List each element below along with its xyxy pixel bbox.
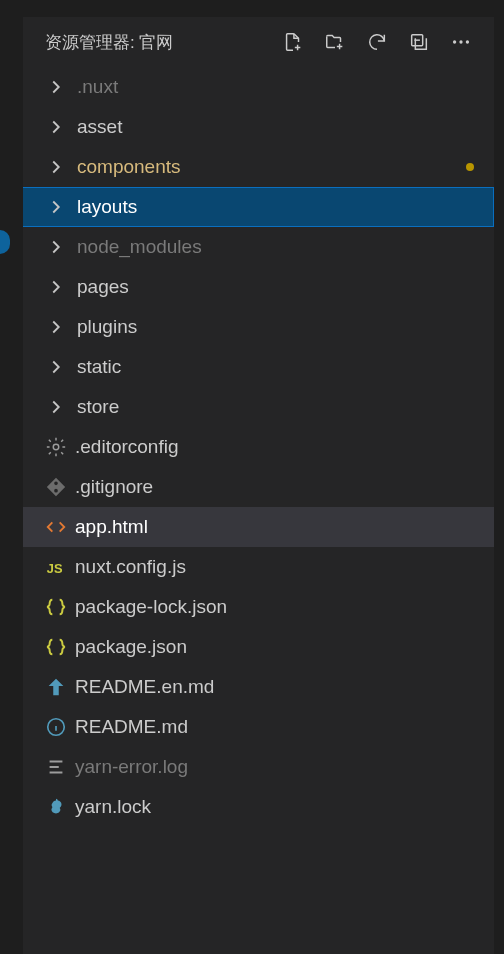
- chevron-right-icon: [45, 316, 77, 338]
- tree-item-label: .nuxt: [77, 76, 118, 98]
- tree-item-label: README.md: [75, 716, 188, 738]
- tree-file-yarn-lock[interactable]: yarn.lock: [23, 787, 494, 827]
- tree-file-readme-en[interactable]: README.en.md: [23, 667, 494, 707]
- ellipsis-icon: [450, 31, 472, 53]
- left-edge-indicator: [0, 230, 10, 254]
- collapse-all-icon: [408, 31, 430, 53]
- file-tree[interactable]: .nuxt asset components layouts no: [23, 67, 494, 954]
- tree-file-package-lock[interactable]: package-lock.json: [23, 587, 494, 627]
- more-actions-button[interactable]: [440, 22, 482, 62]
- tree-file-package-json[interactable]: package.json: [23, 627, 494, 667]
- tree-file-editorconfig[interactable]: .editorconfig: [23, 427, 494, 467]
- svg-point-3: [466, 40, 469, 43]
- tree-item-label: yarn.lock: [75, 796, 151, 818]
- gear-icon: [45, 436, 75, 458]
- tree-folder-layouts[interactable]: layouts: [23, 187, 494, 227]
- svg-point-4: [53, 444, 59, 450]
- modified-dot-icon: [466, 163, 474, 171]
- tree-file-nuxtconfig[interactable]: JS nuxt.config.js: [23, 547, 494, 587]
- svg-point-1: [453, 40, 456, 43]
- svg-text:JS: JS: [47, 561, 63, 576]
- tree-folder-plugins[interactable]: plugins: [23, 307, 494, 347]
- info-icon: [45, 716, 75, 738]
- tree-item-label: asset: [77, 116, 122, 138]
- chevron-right-icon: [45, 116, 77, 138]
- log-icon: [45, 756, 75, 778]
- json-icon: [45, 596, 75, 618]
- explorer-panel: 资源管理器: 官网: [23, 17, 494, 954]
- tree-item-label: static: [77, 356, 121, 378]
- header-actions: [272, 22, 482, 62]
- chevron-right-icon: [45, 156, 77, 178]
- tree-item-label: store: [77, 396, 119, 418]
- tree-item-label: .editorconfig: [75, 436, 179, 458]
- tree-folder-store[interactable]: store: [23, 387, 494, 427]
- json-icon: [45, 636, 75, 658]
- new-folder-button[interactable]: [314, 22, 356, 62]
- js-icon: JS: [45, 556, 75, 578]
- new-file-icon: [282, 31, 304, 53]
- tree-item-label: app.html: [75, 516, 148, 538]
- chevron-right-icon: [45, 236, 77, 258]
- tree-item-label: .gitignore: [75, 476, 153, 498]
- svg-point-2: [459, 40, 462, 43]
- tree-item-label: plugins: [77, 316, 137, 338]
- refresh-button[interactable]: [356, 22, 398, 62]
- new-file-button[interactable]: [272, 22, 314, 62]
- refresh-icon: [366, 31, 388, 53]
- explorer-title: 资源管理器: 官网: [45, 31, 173, 54]
- tree-item-label: components: [77, 156, 181, 178]
- chevron-right-icon: [45, 276, 77, 298]
- new-folder-icon: [324, 31, 346, 53]
- collapse-all-button[interactable]: [398, 22, 440, 62]
- tree-file-app-html[interactable]: app.html: [23, 507, 494, 547]
- chevron-right-icon: [45, 196, 77, 218]
- markdown-icon: [45, 676, 75, 698]
- tree-item-label: README.en.md: [75, 676, 214, 698]
- html-icon: [45, 516, 75, 538]
- tree-item-label: nuxt.config.js: [75, 556, 186, 578]
- tree-item-label: yarn-error.log: [75, 756, 188, 778]
- chevron-right-icon: [45, 356, 77, 378]
- tree-folder-asset[interactable]: asset: [23, 107, 494, 147]
- tree-item-label: package.json: [75, 636, 187, 658]
- tree-folder-static[interactable]: static: [23, 347, 494, 387]
- chevron-right-icon: [45, 396, 77, 418]
- tree-item-label: package-lock.json: [75, 596, 227, 618]
- yarn-icon: [45, 796, 75, 818]
- tree-file-readme[interactable]: README.md: [23, 707, 494, 747]
- tree-item-label: node_modules: [77, 236, 202, 258]
- chevron-right-icon: [45, 76, 77, 98]
- tree-file-yarn-error[interactable]: yarn-error.log: [23, 747, 494, 787]
- git-icon: [45, 476, 75, 498]
- tree-folder-node-modules[interactable]: node_modules: [23, 227, 494, 267]
- tree-folder-components[interactable]: components: [23, 147, 494, 187]
- tree-item-label: layouts: [77, 196, 137, 218]
- explorer-header: 资源管理器: 官网: [23, 17, 494, 67]
- tree-file-gitignore[interactable]: .gitignore: [23, 467, 494, 507]
- tree-folder-nuxt[interactable]: .nuxt: [23, 67, 494, 107]
- tree-folder-pages[interactable]: pages: [23, 267, 494, 307]
- tree-item-label: pages: [77, 276, 129, 298]
